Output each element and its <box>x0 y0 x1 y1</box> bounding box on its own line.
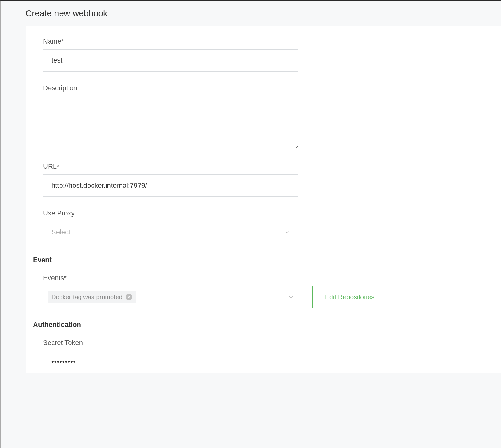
events-label: Events* <box>43 274 484 282</box>
section-divider <box>87 325 494 325</box>
events-select[interactable]: Docker tag was promoted <box>43 286 298 308</box>
name-label: Name* <box>43 37 484 45</box>
chevron-down-icon <box>284 229 290 235</box>
events-field-group: Events* Docker tag was promoted <box>43 274 484 308</box>
url-label: URL* <box>43 163 484 171</box>
description-textarea[interactable] <box>43 96 298 149</box>
event-chip: Docker tag was promoted <box>48 291 136 303</box>
secret-token-input[interactable]: ••••••••• <box>43 351 298 373</box>
chevron-down-icon <box>288 294 294 300</box>
page-title: Create new webhook <box>26 8 501 18</box>
description-label: Description <box>43 84 484 92</box>
name-input[interactable] <box>43 49 298 72</box>
url-field-group: URL* <box>43 163 484 197</box>
webhook-form-panel: Name* Description URL* Use Proxy Select <box>26 26 501 373</box>
authentication-section-title: Authentication <box>33 321 87 329</box>
secret-token-field-group: Secret Token ••••••••• <box>43 339 484 373</box>
use-proxy-placeholder: Select <box>51 228 70 236</box>
use-proxy-field-group: Use Proxy Select <box>43 209 484 243</box>
event-section-title: Event <box>33 256 57 264</box>
section-divider <box>57 260 494 260</box>
edit-repositories-button[interactable]: Edit Repositories <box>312 286 387 308</box>
secret-token-value: ••••••••• <box>51 358 76 366</box>
use-proxy-select[interactable]: Select <box>43 221 298 243</box>
chip-remove-button[interactable] <box>126 294 132 300</box>
url-input[interactable] <box>43 174 298 197</box>
name-field-group: Name* <box>43 37 484 72</box>
close-icon <box>127 295 131 299</box>
event-section-header: Event <box>26 256 501 264</box>
page-header: Create new webhook <box>2 1 501 26</box>
secret-token-label: Secret Token <box>43 339 484 347</box>
use-proxy-label: Use Proxy <box>43 209 484 217</box>
description-field-group: Description <box>43 84 484 150</box>
event-chip-label: Docker tag was promoted <box>51 294 122 301</box>
authentication-section-header: Authentication <box>26 321 501 329</box>
